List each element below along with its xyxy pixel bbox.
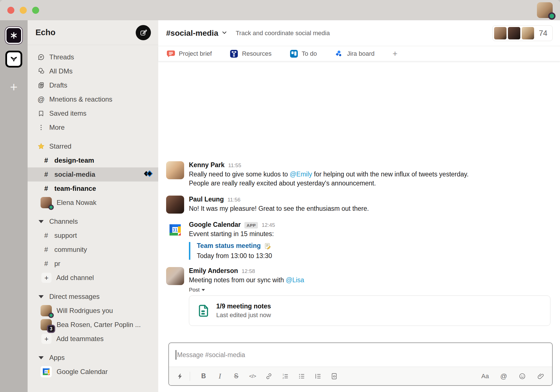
sidebar-item-label: More [49, 124, 65, 131]
chevron-down-icon [37, 356, 45, 359]
sidebar-channel-support[interactable]: # support [28, 229, 158, 243]
text-formatting-button[interactable]: Aa [479, 370, 491, 382]
shortcuts-button[interactable] [174, 370, 186, 382]
dropbox-icon [230, 50, 238, 58]
card-subtitle: Last edited just now [216, 312, 271, 319]
current-user-avatar[interactable] [537, 2, 553, 18]
sidebar-channel-team-finance[interactable]: # team-finance [28, 182, 158, 196]
channel-members-button[interactable]: 74 [492, 25, 553, 41]
message-sender[interactable]: Paul Leung [189, 196, 224, 203]
sidebar-item-mentions[interactable]: @ Mnetions & reactions [28, 92, 158, 106]
sidebar-section-direct-messages[interactable]: Direct messages [28, 290, 158, 304]
workspace-echo-button[interactable] [5, 27, 22, 44]
message-timestamp[interactable]: 11:55 [228, 162, 241, 169]
chevron-down-icon[interactable] [221, 29, 228, 37]
sidebar-item-label: All DMs [49, 67, 73, 75]
sidebar-item-label: Mnetions & reactions [49, 95, 112, 103]
bold-button[interactable]: B [197, 370, 210, 382]
message-sender[interactable]: Google Calendar [189, 221, 241, 229]
message-sender[interactable]: Kenny Park [189, 161, 225, 169]
close-window-button[interactable] [7, 7, 14, 14]
ordered-list-button[interactable] [279, 370, 291, 382]
avatar[interactable] [166, 161, 184, 179]
trello-icon [290, 50, 298, 58]
message-timestamp[interactable]: 12:58 [242, 268, 255, 274]
avatar[interactable] [166, 196, 184, 214]
window-controls [7, 7, 39, 14]
mention-emily[interactable]: @Emily [290, 171, 312, 178]
bullet-list-button[interactable] [295, 370, 308, 382]
emoji-button[interactable] [516, 370, 528, 382]
message-paul-leung: Paul Leung 11:56 No! It was my pleasure!… [158, 193, 560, 216]
tab-label: Project brief [179, 50, 212, 57]
sidebar-item-drafts[interactable]: Drafts [28, 78, 158, 92]
text-segment: Meeting notes from our sync with [189, 276, 286, 284]
zoom-window-button[interactable] [32, 7, 39, 14]
mention-lisa[interactable]: @Lisa [286, 276, 304, 284]
sidebar-dm-will-rodrigues[interactable]: Will Rodrigues you [28, 304, 158, 318]
link-button[interactable] [263, 370, 275, 382]
add-teammates-label: Add teammates [56, 335, 104, 343]
add-teammates-button[interactable]: + Add teammates [28, 332, 158, 346]
sidebar-channel-design-team[interactable]: # design-team [28, 153, 158, 167]
text-segment: Really need to give some kudos to [189, 171, 290, 178]
tab-to-do[interactable]: To do [290, 50, 317, 58]
minimize-window-button[interactable] [20, 7, 27, 14]
inline-code-button[interactable]: </> [246, 370, 259, 382]
italic-button[interactable]: I [214, 370, 226, 382]
code-block-button[interactable] [328, 370, 340, 382]
sidebar-channel-community[interactable]: # community [28, 243, 158, 257]
add-workspace-button[interactable]: + [10, 80, 18, 93]
sidebar-item-threads[interactable]: Threads [28, 50, 158, 64]
sidebar-dm-group-bea-carter[interactable]: 3 Bea Rosen, Carter Poplin ... [28, 318, 158, 332]
sidebar-app-google-calendar[interactable]: Google Calendar [28, 365, 158, 379]
tab-project-brief[interactable]: Project brief [167, 50, 212, 58]
avatar[interactable] [166, 267, 184, 285]
hash-icon: # [43, 156, 50, 164]
sidebar-section-apps[interactable]: Apps [28, 351, 158, 365]
channel-topic[interactable]: Track and coordinate social media [236, 30, 330, 37]
app-window: + Echo Threads All DMs [0, 0, 560, 392]
online-status-dot [48, 205, 54, 210]
sidebar: Echo Threads All DMs Drafts [28, 20, 158, 392]
add-channel-button[interactable]: + Add channel [28, 271, 158, 285]
sidebar-channel-pr[interactable]: # pr [28, 257, 158, 271]
sidebar-section-starred[interactable]: Starred [28, 139, 158, 153]
event-link[interactable]: Team status meeting [197, 242, 261, 250]
sidebar-item-more[interactable]: More [28, 120, 158, 135]
workspace-antler-button[interactable] [5, 51, 22, 68]
strikethrough-button[interactable]: S [230, 370, 242, 382]
tab-jira-board[interactable]: Jira board [335, 50, 374, 58]
sidebar-item-saved[interactable]: Saved items [28, 106, 158, 120]
message-input[interactable]: Message #social-media [169, 343, 552, 367]
sidebar-channel-social-media[interactable]: # social-media [28, 167, 158, 182]
post-dropdown[interactable]: Post [189, 287, 550, 293]
blockquote-button[interactable] [312, 370, 324, 382]
message-timestamp[interactable]: 12:45 [262, 222, 275, 228]
dm-label: Will Rodrigues you [57, 307, 113, 315]
channel-view: #social-media Track and coordinate socia… [158, 20, 560, 392]
channel-label: support [54, 232, 77, 239]
attach-file-button[interactable] [535, 370, 547, 382]
google-calendar-icon[interactable] [166, 221, 184, 239]
message-text: No! It was my pleasure! Great to see the… [189, 204, 369, 213]
sidebar-item-all-dms[interactable]: All DMs [28, 64, 158, 78]
mention-button[interactable]: @ [497, 370, 510, 382]
meeting-notes-card[interactable]: 1/9 meeting notes Last edited just now [189, 295, 550, 326]
message-composer: Message #social-media B I S </> Aa [168, 342, 553, 386]
tab-resources[interactable]: Resources [230, 50, 271, 58]
compose-button[interactable] [136, 25, 151, 40]
google-calendar-icon [41, 366, 52, 377]
sidebar-item-label: Drafts [49, 81, 67, 89]
project-brief-icon [167, 50, 175, 58]
workspace-name[interactable]: Echo [35, 28, 55, 37]
message-timestamp[interactable]: 11:56 [227, 197, 240, 203]
channel-label: social-media [54, 171, 95, 178]
avatar [494, 27, 507, 39]
chevron-down-icon [37, 295, 45, 298]
sidebar-section-channels[interactable]: Channels [28, 214, 158, 229]
channel-title[interactable]: #social-media [166, 29, 218, 38]
message-sender[interactable]: Emily Anderson [189, 267, 238, 275]
add-tab-button[interactable]: + [392, 49, 398, 59]
sidebar-dm-elena-nowak[interactable]: Elena Nowak [28, 196, 158, 210]
